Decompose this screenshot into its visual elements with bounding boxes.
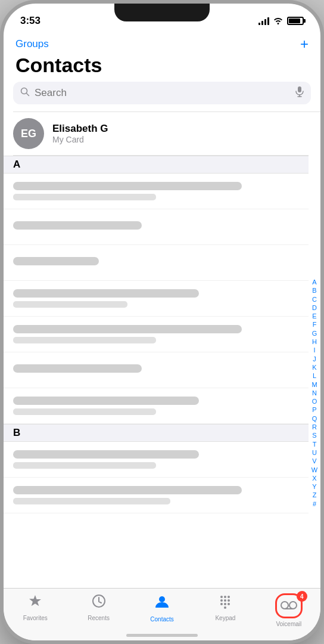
alpha-q[interactable]: Q bbox=[312, 414, 317, 423]
notch bbox=[114, 4, 210, 21]
contact-name-blur bbox=[13, 486, 242, 494]
alpha-n[interactable]: N bbox=[312, 389, 317, 397]
tab-bar: Favorites Recents bbox=[4, 588, 320, 640]
alpha-v[interactable]: V bbox=[312, 457, 316, 465]
add-contact-button[interactable]: + bbox=[300, 37, 309, 51]
tab-recents[interactable]: Recents bbox=[67, 593, 130, 621]
contact-detail-blur bbox=[13, 194, 156, 200]
svg-point-8 bbox=[224, 596, 226, 598]
alpha-e[interactable]: E bbox=[312, 312, 316, 320]
list-item[interactable] bbox=[4, 352, 309, 388]
svg-point-13 bbox=[220, 603, 223, 605]
alpha-a[interactable]: A bbox=[312, 278, 316, 286]
alpha-f[interactable]: F bbox=[313, 320, 317, 329]
nav-bar: Groups + bbox=[4, 33, 320, 54]
list-item[interactable] bbox=[4, 209, 309, 245]
alphabet-index[interactable]: A B C D E F G H I J K L M N O P Q R S T bbox=[309, 112, 320, 640]
alpha-t[interactable]: T bbox=[313, 440, 317, 448]
battery-icon bbox=[287, 17, 304, 25]
alpha-y[interactable]: Y bbox=[312, 482, 316, 491]
recents-label: Recents bbox=[88, 615, 110, 621]
mic-icon[interactable] bbox=[295, 86, 304, 100]
page-title: Contacts bbox=[4, 54, 320, 82]
voicemail-label: Voicemail bbox=[276, 621, 301, 627]
contact-name-blur bbox=[13, 364, 142, 373]
contacts-label: Contacts bbox=[150, 616, 173, 623]
contact-list-a bbox=[4, 174, 309, 424]
contact-name-blur bbox=[13, 221, 142, 230]
search-bar[interactable] bbox=[13, 82, 311, 104]
my-card[interactable]: EG Elisabeth G My Card bbox=[4, 112, 309, 155]
alpha-c[interactable]: C bbox=[312, 295, 317, 304]
status-icons bbox=[258, 16, 304, 26]
alpha-b[interactable]: B bbox=[312, 286, 316, 295]
my-card-info: Elisabeth G My Card bbox=[52, 123, 299, 144]
main-scroll: EG Elisabeth G My Card A bbox=[4, 112, 320, 640]
groups-button[interactable]: Groups bbox=[15, 38, 49, 50]
svg-point-11 bbox=[224, 599, 226, 602]
alpha-p[interactable]: P bbox=[312, 405, 316, 414]
contacts-icon bbox=[154, 593, 170, 614]
alpha-i[interactable]: I bbox=[313, 346, 315, 354]
alpha-h[interactable]: H bbox=[312, 338, 317, 346]
list-item[interactable] bbox=[4, 388, 309, 424]
contact-name-blur bbox=[13, 289, 199, 298]
alpha-l[interactable]: L bbox=[313, 371, 316, 380]
contact-name-blur bbox=[13, 325, 242, 333]
contact-name-blur bbox=[13, 397, 199, 405]
search-input[interactable] bbox=[35, 87, 291, 99]
voicemail-icon bbox=[281, 597, 297, 614]
svg-point-17 bbox=[281, 602, 288, 609]
avatar: EG bbox=[13, 118, 44, 149]
recents-icon bbox=[91, 593, 107, 612]
list-item[interactable] bbox=[4, 245, 309, 281]
section-header-b: B bbox=[4, 424, 309, 442]
tab-keypad[interactable]: Keypad bbox=[194, 593, 257, 621]
alpha-o[interactable]: O bbox=[312, 397, 317, 405]
svg-point-14 bbox=[224, 603, 226, 605]
search-icon bbox=[20, 87, 30, 99]
contact-detail-blur bbox=[13, 301, 127, 308]
list-item[interactable] bbox=[4, 442, 309, 478]
alpha-j[interactable]: J bbox=[313, 355, 316, 363]
alpha-s[interactable]: S bbox=[312, 431, 316, 439]
svg-point-10 bbox=[220, 599, 223, 602]
list-item[interactable] bbox=[4, 478, 309, 513]
tab-favorites[interactable]: Favorites bbox=[4, 593, 67, 621]
signal-icon bbox=[258, 17, 269, 25]
alpha-w[interactable]: W bbox=[311, 466, 317, 474]
alpha-m[interactable]: M bbox=[311, 380, 317, 389]
svg-line-1 bbox=[27, 94, 29, 96]
contact-list-b bbox=[4, 442, 309, 513]
list-item[interactable] bbox=[4, 281, 309, 317]
tab-contacts[interactable]: Contacts bbox=[130, 593, 194, 623]
voicemail-wrapper: 4 bbox=[275, 593, 303, 618]
list-item[interactable] bbox=[4, 174, 309, 209]
favorites-label: Favorites bbox=[23, 615, 48, 621]
screen: 3:53 Groups + bbox=[4, 4, 320, 640]
alpha-k[interactable]: K bbox=[312, 363, 316, 371]
contact-detail-blur bbox=[13, 337, 156, 343]
list-item[interactable] bbox=[4, 317, 309, 352]
keypad-label: Keypad bbox=[215, 615, 235, 621]
svg-point-7 bbox=[220, 596, 223, 598]
svg-point-6 bbox=[159, 596, 165, 602]
section-header-a: A bbox=[4, 156, 309, 174]
alpha-z[interactable]: Z bbox=[313, 491, 317, 499]
alpha-d[interactable]: D bbox=[312, 304, 317, 312]
alpha-g[interactable]: G bbox=[312, 329, 317, 338]
svg-point-15 bbox=[228, 603, 230, 605]
contact-detail-blur bbox=[13, 462, 156, 469]
contact-name-blur bbox=[13, 450, 199, 459]
alpha-r[interactable]: R bbox=[312, 423, 317, 431]
alpha-hash[interactable]: # bbox=[313, 500, 316, 508]
alpha-x[interactable]: X bbox=[312, 474, 316, 482]
status-time: 3:53 bbox=[20, 15, 40, 27]
contact-detail-blur bbox=[13, 498, 170, 504]
voicemail-badge: 4 bbox=[297, 591, 307, 602]
my-card-name: Elisabeth G bbox=[52, 123, 299, 135]
alpha-u[interactable]: U bbox=[312, 448, 317, 457]
svg-point-16 bbox=[224, 606, 226, 609]
contact-name-blur bbox=[13, 182, 242, 190]
contacts-area: EG Elisabeth G My Card A bbox=[4, 112, 320, 513]
